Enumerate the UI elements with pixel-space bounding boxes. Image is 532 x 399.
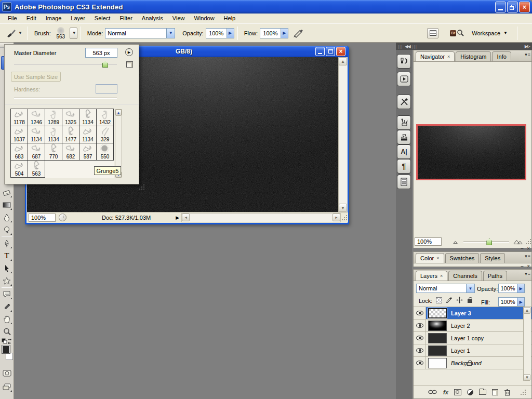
- scroll-down-icon[interactable]: ▼: [339, 204, 347, 212]
- layer-row-layer2[interactable]: Layer 2: [414, 320, 531, 332]
- tool-preset-picker[interactable]: ▼: [4, 28, 24, 39]
- workspace-dropdown[interactable]: Workspace ▼: [472, 30, 508, 36]
- menu-select[interactable]: Select: [90, 14, 115, 22]
- layer-name[interactable]: Layer 1: [451, 348, 470, 354]
- zoom-tool[interactable]: [1, 326, 12, 337]
- actions-panel-icon[interactable]: [397, 72, 411, 86]
- tab-color[interactable]: Color×: [416, 253, 444, 263]
- paragraph-panel-icon[interactable]: ¶: [397, 159, 411, 174]
- doc-maximize-button[interactable]: [326, 47, 335, 56]
- chevron-down-icon[interactable]: ▼: [166, 28, 175, 38]
- navigator-proxy-view[interactable]: [416, 124, 526, 180]
- brush-preset[interactable]: 682: [62, 143, 79, 161]
- tab-info[interactable]: Info: [492, 51, 511, 61]
- panel-minimize-icon[interactable]: −: [521, 263, 524, 269]
- notes-tool[interactable]: [1, 289, 12, 300]
- tab-close-icon[interactable]: ×: [447, 54, 450, 59]
- character-panel-icon[interactable]: A|: [397, 144, 411, 159]
- layers-scrollbar[interactable]: ▲ ▼: [523, 307, 531, 381]
- lock-all-icon[interactable]: [467, 297, 473, 303]
- layer-row-background[interactable]: Background: [414, 357, 531, 369]
- zoom-level-field[interactable]: 100%: [29, 214, 56, 222]
- brush-preset[interactable]: 550: [96, 143, 114, 161]
- eraser-tool[interactable]: [1, 187, 12, 198]
- arrow-right-icon[interactable]: ▶: [517, 284, 525, 293]
- brush-preview[interactable]: 563: [53, 27, 69, 39]
- add-layer-mask-icon[interactable]: [454, 389, 461, 395]
- link-layers-icon[interactable]: [428, 390, 437, 394]
- brush-preset[interactable]: 1477: [62, 126, 79, 143]
- brush-preset[interactable]: 1178: [10, 109, 28, 126]
- brush-preset[interactable]: 504: [10, 160, 28, 178]
- resize-grip[interactable]: [525, 238, 531, 245]
- layer-name[interactable]: Background: [451, 360, 482, 366]
- tab-styles[interactable]: Styles: [480, 253, 505, 263]
- new-layer-icon[interactable]: [492, 389, 498, 395]
- layer-thumbnail[interactable]: [428, 333, 447, 343]
- dodge-tool[interactable]: [1, 224, 12, 235]
- layer-thumbnail[interactable]: [428, 321, 447, 331]
- layer-thumbnail[interactable]: [428, 358, 447, 368]
- layer-opacity-field[interactable]: 100% ▶: [498, 284, 525, 294]
- layer-row-layer3[interactable]: Layer 3: [414, 307, 531, 320]
- menu-layer[interactable]: Layer: [66, 14, 90, 22]
- blur-tool[interactable]: [1, 212, 12, 223]
- tab-swatches[interactable]: Swatches: [445, 253, 480, 263]
- layer-fill-field[interactable]: 100% ▶: [498, 297, 525, 308]
- zoom-in-icon[interactable]: [513, 238, 523, 245]
- menu-filter[interactable]: Filter: [115, 14, 137, 22]
- scroll-left-icon[interactable]: ◄: [182, 214, 190, 221]
- menu-analysis[interactable]: Analysis: [137, 14, 168, 22]
- status-flyout-icon[interactable]: ▶: [176, 215, 179, 220]
- lock-pixels-icon[interactable]: [446, 297, 453, 303]
- panel-resize-grip[interactable]: [139, 184, 145, 190]
- panel-menu-icon[interactable]: ▼≡: [524, 52, 530, 57]
- layer-row-layer1[interactable]: Layer 1: [414, 344, 531, 357]
- tab-paths[interactable]: Paths: [483, 271, 507, 281]
- layer-name[interactable]: Layer 2: [451, 323, 470, 329]
- brush-preset[interactable]: 687: [28, 143, 45, 161]
- path-selection-tool[interactable]: [1, 263, 12, 274]
- brush-preset[interactable]: 1134: [28, 126, 45, 143]
- eyedropper-tool[interactable]: [1, 301, 12, 312]
- brush-preset[interactable]: 329: [96, 126, 114, 143]
- tab-layers[interactable]: Layers×: [416, 271, 447, 281]
- resize-grip[interactable]: [341, 214, 348, 221]
- arrow-right-icon[interactable]: ▶: [517, 297, 525, 307]
- new-group-icon[interactable]: [479, 390, 486, 395]
- panel-menu-icon[interactable]: ▼≡: [524, 254, 530, 259]
- close-button[interactable]: ×: [519, 2, 530, 12]
- menu-help[interactable]: Help: [219, 14, 241, 22]
- palette-well-button[interactable]: [427, 28, 438, 38]
- brush-preset[interactable]: 1134: [45, 126, 62, 143]
- airbrush-toggle-icon[interactable]: [292, 29, 305, 38]
- slider-thumb[interactable]: [486, 238, 492, 245]
- scroll-up-icon[interactable]: ▲: [524, 307, 530, 314]
- menu-image[interactable]: Image: [41, 14, 66, 22]
- master-diameter-value[interactable]: 563 px: [85, 48, 117, 58]
- custom-shape-tool[interactable]: [1, 275, 12, 286]
- layer-style-icon[interactable]: fx: [443, 389, 448, 395]
- scroll-up-icon[interactable]: ▲: [115, 110, 122, 116]
- tab-histogram[interactable]: Histogram: [456, 51, 491, 61]
- minimize-button[interactable]: [495, 2, 506, 12]
- lock-transparency-icon[interactable]: [435, 297, 442, 303]
- collapse-dock-button[interactable]: ◀◀: [405, 44, 410, 49]
- slider-thumb[interactable]: [102, 61, 108, 68]
- brush-preset[interactable]: 683: [10, 143, 28, 161]
- foreground-color-swatch[interactable]: [2, 345, 10, 353]
- hand-tool[interactable]: [1, 314, 12, 325]
- brush-preset[interactable]: 587: [79, 143, 97, 161]
- use-sample-size-button[interactable]: Use Sample Size: [11, 72, 61, 82]
- doc-minimize-button[interactable]: [315, 47, 325, 56]
- brush-preset[interactable]: 1432: [96, 109, 114, 126]
- delete-layer-icon[interactable]: [504, 389, 511, 396]
- panel-minimize-icon[interactable]: −: [521, 246, 524, 251]
- hardness-slider[interactable]: [14, 98, 117, 98]
- layer-blend-mode-combo[interactable]: Normal ▼: [416, 284, 475, 294]
- layer-name[interactable]: Layer 3: [451, 310, 471, 316]
- dock-grip[interactable]: |||: [398, 44, 403, 49]
- menu-file[interactable]: File: [3, 14, 22, 22]
- adjustment-layer-icon[interactable]: [467, 389, 473, 395]
- type-tool[interactable]: T: [1, 250, 12, 261]
